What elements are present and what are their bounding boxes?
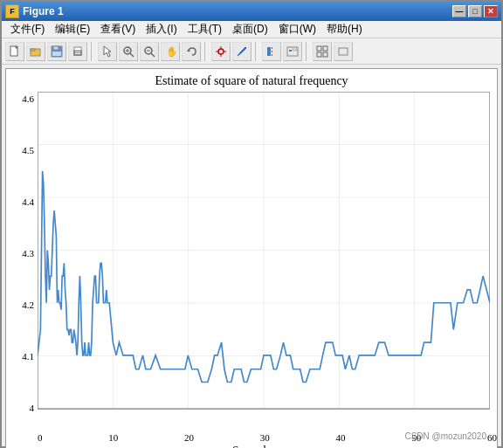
x-label-40: 40 [336, 432, 346, 443]
menu-help[interactable]: 帮助(H) [321, 21, 368, 38]
y-label-4_2: 4.2 [11, 300, 34, 310]
svg-rect-27 [272, 47, 272, 49]
y-label-4_3: 4.3 [11, 248, 34, 258]
menu-window[interactable]: 窗口(W) [273, 21, 321, 38]
svg-rect-32 [293, 49, 297, 51]
svg-rect-35 [317, 52, 321, 57]
svg-line-17 [151, 53, 155, 57]
close-button[interactable]: ✕ [484, 5, 498, 17]
title-buttons: — □ ✕ [452, 5, 498, 17]
chart-svg [38, 92, 490, 429]
toolbar: ✋ [2, 38, 501, 65]
rotate-button[interactable] [182, 42, 201, 61]
svg-rect-3 [31, 49, 35, 51]
plot-area: Estimate of square of natural frequency … [5, 68, 498, 448]
save-button[interactable] [47, 42, 66, 61]
menu-edit[interactable]: 编辑(E) [50, 21, 95, 38]
x-label-0: 0 [38, 432, 43, 443]
svg-rect-37 [339, 48, 348, 55]
svg-point-21 [218, 49, 224, 54]
chart-container: 4.6 4.5 4.4 4.3 4.2 4.1 4 [6, 88, 497, 432]
x-label-20: 20 [184, 432, 194, 443]
zoom-in-button[interactable] [119, 42, 138, 61]
menu-desktop[interactable]: 桌面(D) [227, 21, 273, 38]
svg-rect-33 [317, 46, 321, 51]
window-title: Figure 1 [23, 5, 452, 17]
svg-rect-10 [75, 53, 80, 54]
hide-button[interactable] [334, 42, 353, 61]
svg-rect-8 [74, 47, 81, 51]
menu-view[interactable]: 查看(V) [95, 21, 141, 38]
pan-button[interactable]: ✋ [161, 42, 180, 61]
svg-rect-9 [75, 52, 80, 52]
minimize-button[interactable]: — [452, 5, 466, 17]
zoom-out-button[interactable] [140, 42, 159, 61]
subplot-button[interactable] [313, 42, 332, 61]
svg-marker-11 [104, 46, 111, 57]
plot-title: Estimate of square of natural frequency [155, 74, 348, 88]
brush-button[interactable] [232, 42, 252, 61]
new-button[interactable] [5, 42, 24, 61]
x-axis-title: Seconds [232, 443, 270, 448]
y-label-4_4: 4.4 [11, 196, 34, 207]
x-label-30: 30 [260, 432, 270, 443]
y-label-4_6: 4.6 [11, 93, 34, 104]
menu-insert[interactable]: 插入(I) [141, 21, 182, 38]
svg-rect-26 [267, 47, 271, 56]
x-label-60: 60 [487, 432, 497, 443]
toolbar-sep-1 [91, 42, 94, 61]
svg-rect-28 [272, 51, 272, 52]
menu-file[interactable]: 文件(F) [5, 21, 50, 38]
toolbar-sep-4 [306, 42, 309, 61]
insert-colorbar-button[interactable] [262, 42, 281, 61]
svg-rect-34 [323, 46, 327, 51]
y-label-4_0: 4 [11, 403, 34, 413]
toolbar-sep-2 [204, 42, 208, 61]
cursor-button[interactable] [98, 42, 117, 61]
chart-svg-wrapper [38, 92, 490, 429]
y-label-4_1: 4.1 [11, 351, 34, 362]
data-cursor-button[interactable] [211, 42, 231, 61]
print-button[interactable] [68, 42, 87, 61]
legend-button[interactable] [283, 42, 302, 61]
menu-tools[interactable]: 工具(T) [183, 21, 227, 38]
svg-rect-5 [53, 46, 59, 50]
y-label-4_5: 4.5 [11, 145, 34, 155]
svg-line-13 [130, 53, 134, 57]
y-axis-labels: 4.6 4.5 4.4 4.3 4.2 4.1 4 [6, 92, 38, 429]
svg-rect-29 [272, 54, 272, 56]
maximize-button[interactable]: □ [468, 5, 482, 17]
open-button[interactable] [26, 42, 45, 61]
window-icon: F [5, 4, 19, 18]
toolbar-sep-3 [255, 42, 258, 61]
x-label-10: 10 [108, 432, 118, 443]
svg-rect-36 [323, 52, 327, 57]
menubar: 文件(F) 编辑(E) 查看(V) 插入(I) 工具(T) 桌面(D) 窗口(W… [2, 21, 501, 38]
svg-text:✋: ✋ [166, 45, 176, 58]
watermark: CSDN @mozun2020 [404, 431, 486, 441]
main-window: F Figure 1 — □ ✕ 文件(F) 编辑(E) 查看(V) 插入(I)… [0, 0, 503, 448]
title-bar: F Figure 1 — □ ✕ [2, 2, 501, 21]
svg-rect-6 [52, 52, 61, 56]
